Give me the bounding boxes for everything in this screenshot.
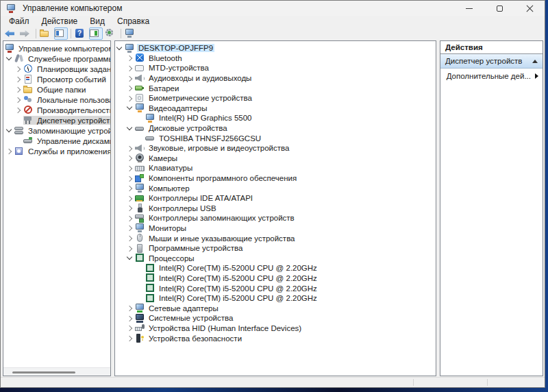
chevron-collapsed-icon[interactable] — [127, 155, 133, 161]
tree-item[interactable]: Служебные программы — [3, 53, 110, 64]
scrollbar-thumb[interactable] — [12, 371, 75, 373]
tree-item[interactable]: Диспетчер устройств — [3, 115, 110, 125]
tree-item[interactable]: Мыши и иные указывающие устройства — [115, 233, 436, 243]
chevron-collapsed-icon[interactable] — [127, 215, 133, 221]
chevron-expanded-icon[interactable] — [127, 125, 133, 132]
tree-item-label: Устройства безопасности — [147, 334, 243, 343]
tree-item[interactable]: Просмотр событий — [3, 74, 110, 84]
menu-item-Вид[interactable]: Вид — [84, 16, 111, 26]
tree-item[interactable]: Устройства HID (Human Interface Devices) — [115, 323, 436, 334]
tree-item-label: Мониторы — [147, 224, 188, 232]
tree-item[interactable]: Дисковые устройства — [115, 123, 436, 134]
tree-item[interactable]: Компьютер — [115, 183, 436, 193]
tree-item[interactable]: Управление компьютером (л — [3, 43, 110, 53]
tree-item[interactable]: Управление дисками — [3, 136, 110, 146]
tree-item[interactable]: Intel(R) Core(TM) i5-5200U CPU @ 2.20GHz — [115, 293, 436, 304]
tree-item[interactable]: Контроллеры запоминающих устройств — [115, 213, 436, 223]
tree-item[interactable]: Программные устройства — [115, 243, 436, 254]
tree-item[interactable]: Звуковые, игровые и видеоустройства — [115, 143, 436, 154]
tree-item[interactable]: Локальные пользовате — [3, 95, 110, 105]
tree-item[interactable]: Компоненты программного обеспечения — [115, 173, 436, 184]
chevron-collapsed-icon[interactable] — [127, 175, 133, 182]
chevron-collapsed-icon[interactable] — [127, 305, 133, 311]
chevron-collapsed-icon[interactable] — [15, 86, 21, 93]
maximize-button[interactable] — [484, 1, 514, 16]
chevron-collapsed-icon[interactable] — [127, 225, 133, 231]
tree-item[interactable]: Общие папки — [3, 84, 110, 95]
back-button[interactable] — [4, 27, 18, 40]
tree-item[interactable]: Процессоры — [115, 253, 436, 263]
menu-item-Действие[interactable]: Действие — [36, 16, 84, 26]
chevron-collapsed-icon[interactable] — [127, 195, 133, 201]
chevron-collapsed-icon[interactable] — [15, 97, 21, 103]
close-button[interactable] — [514, 1, 545, 16]
tree-item[interactable]: TOSHIBA THNSFJ256GCSU — [115, 133, 436, 143]
chevron-collapsed-icon[interactable] — [127, 85, 133, 91]
chevron-up-icon[interactable] — [532, 60, 538, 63]
tree-item-content: Компоненты программного обеспечения — [135, 174, 298, 183]
tree-item[interactable]: Клавиатуры — [115, 163, 436, 173]
tree-item[interactable]: Системные устройства — [115, 313, 436, 323]
chevron-collapsed-icon[interactable] — [127, 325, 133, 331]
tree-item[interactable]: Intel(R) HD Graphics 5500 — [115, 113, 436, 123]
chevron-expanded-icon[interactable] — [116, 45, 123, 51]
chevron-collapsed-icon[interactable] — [127, 235, 133, 241]
remote-computer-button[interactable] — [124, 27, 138, 40]
chevron-collapsed-icon[interactable] — [15, 107, 21, 113]
chevron-collapsed-icon[interactable] — [127, 55, 133, 61]
tree-item[interactable]: Мониторы — [115, 223, 436, 234]
tree-item[interactable]: Аудиовходы и аудиовыходы — [115, 73, 436, 84]
actions-section-header[interactable]: Диспетчер устройств — [440, 54, 543, 69]
tree-item[interactable]: Службы и приложения — [3, 146, 110, 156]
audio-icon — [135, 144, 145, 153]
horizontal-scrollbar[interactable] — [3, 367, 110, 376]
chevron-collapsed-icon[interactable] — [127, 185, 133, 191]
tree-item[interactable]: Запоминающие устройст — [3, 125, 110, 136]
tree-item[interactable]: Видеоадаптеры — [115, 103, 436, 114]
tree-item[interactable]: DESKTOP-OPJFFP9 — [115, 43, 436, 53]
chevron-collapsed-icon[interactable] — [15, 66, 21, 72]
tree-item[interactable]: Батареи — [115, 83, 436, 93]
tree-item[interactable]: Intel(R) Core(TM) i5-5200U CPU @ 2.20GHz — [115, 273, 436, 284]
chevron-collapsed-icon[interactable] — [127, 75, 133, 82]
tree-item[interactable]: MTD-устройства — [115, 63, 436, 73]
actions-more-item[interactable]: Дополнительные дей... — [440, 69, 543, 84]
forward-button[interactable] — [19, 27, 33, 40]
chevron-expanded-icon[interactable] — [6, 56, 12, 62]
chevron-collapsed-icon[interactable] — [6, 148, 12, 154]
tree-item[interactable]: Контроллеры IDE ATA/ATAPI — [115, 193, 436, 204]
chevron-collapsed-icon[interactable] — [127, 165, 133, 171]
tree-item[interactable]: Intel(R) Core(TM) i5-5200U CPU @ 2.20GHz — [115, 283, 436, 293]
chevron-collapsed-icon[interactable] — [127, 145, 133, 151]
properties-button[interactable] — [104, 27, 118, 40]
menu-item-Справка[interactable]: Справка — [111, 16, 155, 26]
chevron-collapsed-icon[interactable] — [127, 315, 133, 321]
up-level-button[interactable] — [39, 27, 53, 40]
chevron-expanded-icon[interactable] — [127, 255, 133, 261]
tree-item[interactable]: Устройства безопасности — [115, 333, 436, 343]
storage-icon — [14, 126, 24, 135]
tree-item[interactable]: Intel(R) Core(TM) i5-5200U CPU @ 2.20GHz — [115, 263, 436, 273]
chevron-collapsed-icon[interactable] — [15, 76, 21, 82]
chevron-collapsed-icon[interactable] — [127, 65, 133, 71]
tree-item[interactable]: Производительность — [3, 105, 110, 115]
chevron-collapsed-icon[interactable] — [127, 335, 133, 341]
console-tree-toggle[interactable] — [54, 27, 68, 40]
task-scheduler-icon — [23, 64, 33, 73]
tree-item[interactable]: Планировщик заданий — [3, 64, 110, 74]
menu-item-Файл[interactable]: Файл — [3, 16, 36, 26]
action-pane-toggle[interactable] — [89, 27, 103, 40]
chevron-collapsed-icon[interactable] — [127, 205, 133, 211]
help-button[interactable] — [74, 27, 88, 40]
tree-item[interactable]: Камеры — [115, 154, 436, 164]
shared-folders-icon — [23, 85, 33, 94]
chevron-collapsed-icon[interactable] — [127, 245, 133, 252]
chevron-expanded-icon[interactable] — [6, 127, 12, 134]
chevron-collapsed-icon[interactable] — [127, 95, 133, 101]
tree-item[interactable]: Bluetooth — [115, 53, 436, 64]
chevron-expanded-icon[interactable] — [127, 105, 133, 111]
tree-item[interactable]: Биометрические устройства — [115, 93, 436, 103]
tree-item[interactable]: Сетевые адаптеры — [115, 303, 436, 313]
minimize-button[interactable] — [454, 1, 484, 16]
tree-item[interactable]: Контроллеры USB — [115, 204, 436, 214]
